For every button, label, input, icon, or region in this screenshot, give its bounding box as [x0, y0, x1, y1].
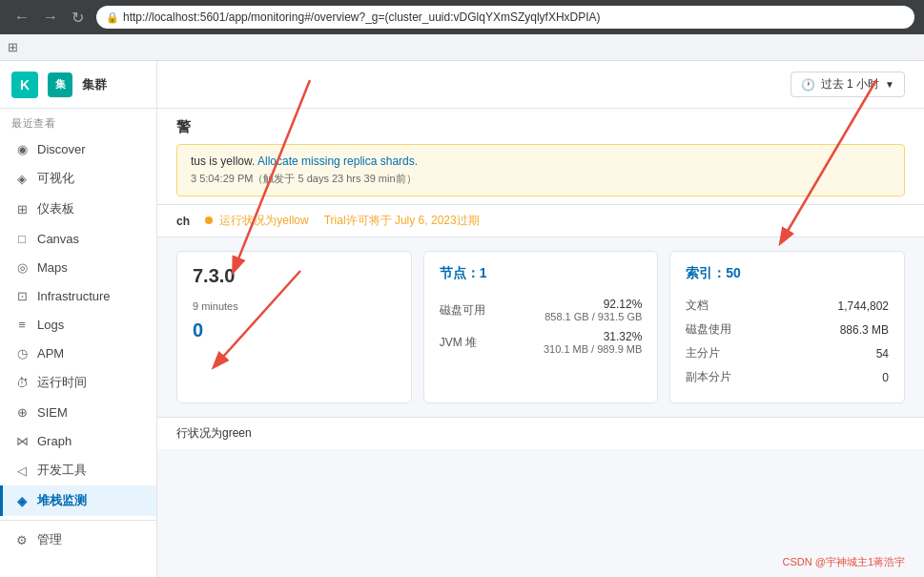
sidebar-header: K 集 集群	[0, 61, 156, 109]
indices-title: 索引：50	[686, 265, 889, 282]
bookmarks-apps-icon: ⊞	[8, 40, 18, 54]
indices-card: 索引：50 文档 1,744,802 磁盘使用 886.3 MB 主分片 54 …	[669, 251, 905, 403]
disk-value: 92.12%	[544, 298, 642, 311]
jvm-row: JVM 堆 31.32% 310.1 MB / 989.9 MB	[440, 326, 643, 359]
kibana-logo: K	[11, 72, 38, 98]
management-icon: ⚙	[14, 532, 30, 547]
disk-usage-row: 磁盘使用 886.3 MB	[686, 318, 889, 341]
primary-shards-row: 主分片 54	[686, 341, 889, 365]
status-indicator: 运行状况为yellow	[205, 213, 309, 229]
devtools-icon: ◁	[14, 463, 30, 478]
sidebar-item-label: 管理	[37, 531, 62, 548]
disk-usage-label: 磁盘使用	[686, 321, 731, 338]
uptime-value: 9 minutes	[193, 300, 238, 312]
clock-icon: 🕐	[801, 78, 815, 92]
alert-time: 3 5:04:29 PM（触发于 5 days 23 hrs 39 min前）	[191, 172, 891, 186]
forward-button[interactable]: →	[38, 7, 63, 28]
replica-shards-value: 0	[882, 371, 889, 384]
sidebar-item-label: SIEM	[37, 405, 68, 420]
sidebar-item-label: Discover	[37, 142, 86, 156]
siem-icon: ⊕	[14, 404, 30, 420]
cluster-label: ch	[176, 215, 190, 228]
time-filter[interactable]: 🕐 过去 1 小时 ▼	[791, 72, 905, 97]
cluster-avatar: 集	[48, 72, 72, 97]
sidebar-item-infrastructure[interactable]: ⊡ Infrastructure	[0, 281, 156, 310]
docs-row: 文档 1,744,802	[686, 294, 889, 318]
sidebar-item-label: 堆栈监测	[37, 492, 87, 509]
sidebar-item-canvas[interactable]: □ Canvas	[0, 224, 156, 253]
sidebar-divider	[0, 520, 156, 521]
visualize-icon: ◈	[14, 171, 30, 186]
dashboard-icon: ⊞	[14, 201, 30, 216]
maps-icon: ◎	[14, 259, 30, 275]
docs-value: 1,744,802	[838, 299, 889, 313]
sidebar-item-uptime[interactable]: ⏱ 运行时间	[0, 367, 156, 398]
trial-warning: Trial许可将于 July 6, 2023过期	[324, 213, 480, 229]
status-bar: ch 运行状况为yellow Trial许可将于 July 6, 2023过期	[157, 205, 924, 237]
main-header: 🕐 过去 1 小时 ▼	[157, 61, 924, 109]
sidebar-item-visualize[interactable]: ◈ 可视化	[0, 163, 156, 194]
docs-label: 文档	[686, 298, 708, 314]
sidebar-item-label: 运行时间	[37, 374, 87, 391]
jvm-value: 31.32%	[544, 330, 642, 343]
browser-bar: ← → ↻ 🔒 http://localhost:5601/app/monito…	[0, 0, 924, 34]
sidebar-item-maps[interactable]: ◎ Maps	[0, 253, 156, 281]
url-text: http://localhost:5601/app/monitoring#/ov…	[123, 10, 601, 24]
version-uptime-row: 9 minutes	[193, 297, 396, 316]
sidebar-item-label: 可视化	[37, 170, 74, 187]
nodes-title: 节点：1	[440, 265, 643, 282]
disk-usage-value: 886.3 MB	[840, 323, 889, 337]
version-count-row: 0	[193, 316, 396, 345]
cluster-name: 集群	[82, 76, 107, 93]
disk-label: 磁盘可用	[440, 302, 485, 319]
sidebar-item-discover[interactable]: ◉ Discover	[0, 134, 156, 163]
cards-grid: 7.3.0 9 minutes 0 节点：1 磁盘可用 92.12% 858.1…	[157, 237, 924, 417]
sidebar: K 集 集群 最近查看 ◉ Discover ◈ 可视化 ⊞ 仪表板 □ Can…	[0, 61, 157, 577]
recent-label: 最近查看	[0, 109, 156, 134]
sidebar-item-label: Logs	[37, 318, 64, 332]
alert-link[interactable]: Allocate missing replica shards.	[257, 155, 418, 168]
jvm-label: JVM 堆	[440, 335, 477, 351]
bottom-status-text: 行状况为green	[176, 426, 252, 440]
refresh-button[interactable]: ↻	[67, 7, 89, 29]
app-container: K 集 集群 最近查看 ◉ Discover ◈ 可视化 ⊞ 仪表板 □ Can…	[0, 61, 924, 577]
time-filter-label: 过去 1 小时	[821, 76, 879, 93]
back-button[interactable]: ←	[10, 7, 34, 28]
bottom-status: 行状况为green	[157, 417, 924, 449]
sidebar-item-management[interactable]: ⚙ 管理	[0, 525, 156, 555]
jvm-sub: 310.1 MB / 989.9 MB	[544, 343, 642, 355]
apm-icon: ◷	[14, 345, 30, 361]
alert-box: tus is yellow. Allocate missing replica …	[176, 144, 905, 196]
primary-shards-value: 54	[876, 347, 889, 361]
version-card: 7.3.0 9 minutes 0	[176, 251, 412, 403]
alert-title: 警	[176, 118, 905, 136]
sidebar-item-siem[interactable]: ⊕ SIEM	[0, 398, 156, 426]
logs-icon: ≡	[14, 317, 30, 332]
sidebar-item-apm[interactable]: ◷ APM	[0, 339, 156, 367]
sidebar-item-label: APM	[37, 346, 64, 361]
status-text: 运行状况为yellow	[219, 214, 308, 227]
uptime-icon: ⏱	[14, 375, 30, 390]
alert-section: 警 tus is yellow. Allocate missing replic…	[157, 109, 924, 205]
count-value: 0	[193, 319, 203, 341]
sidebar-item-label: 开发工具	[37, 462, 87, 479]
bookmarks-bar: ⊞	[0, 34, 924, 61]
sidebar-item-devtools[interactable]: ◁ 开发工具	[0, 455, 156, 485]
chevron-down-icon: ▼	[885, 79, 894, 90]
sidebar-item-monitoring[interactable]: ◈ 堆栈监测	[0, 485, 156, 516]
discover-icon: ◉	[14, 141, 30, 156]
sidebar-item-logs[interactable]: ≡ Logs	[0, 310, 156, 339]
disk-row: 磁盘可用 92.12% 858.1 GB / 931.5 GB	[440, 294, 643, 326]
version-value: 7.3.0	[193, 265, 235, 286]
disk-sub: 858.1 GB / 931.5 GB	[544, 311, 642, 322]
infrastructure-icon: ⊡	[14, 288, 30, 303]
sidebar-item-graph[interactable]: ⋈ Graph	[0, 426, 156, 455]
address-bar[interactable]: 🔒 http://localhost:5601/app/monitoring#/…	[96, 6, 914, 29]
watermark: CSDN @宇神城主1蒋浩宇	[782, 555, 905, 569]
alert-message: tus is yellow. Allocate missing replica …	[191, 155, 891, 168]
sidebar-item-dashboard[interactable]: ⊞ 仪表板	[0, 194, 156, 224]
lock-icon: 🔒	[106, 11, 119, 24]
nodes-card: 节点：1 磁盘可用 92.12% 858.1 GB / 931.5 GB JVM…	[423, 251, 659, 403]
graph-icon: ⋈	[14, 433, 30, 448]
primary-shards-label: 主分片	[686, 345, 720, 361]
